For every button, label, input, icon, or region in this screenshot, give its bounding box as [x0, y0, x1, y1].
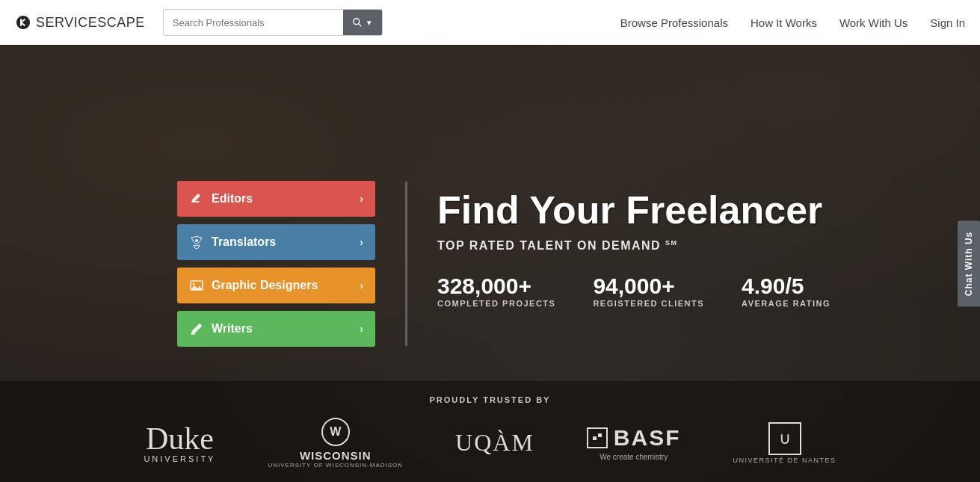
stat-number-projects: 328,000+: [437, 274, 555, 299]
wisconsin-subtext: University of Wisconsin-Madison: [268, 462, 403, 469]
wisconsin-name: WISCONSIN: [300, 449, 372, 462]
nav-links: Browse Professionals How It Works Work W…: [620, 16, 965, 29]
search-button[interactable]: ▼: [343, 10, 382, 35]
designers-chevron: ›: [360, 279, 363, 291]
svg-marker-5: [191, 285, 203, 290]
category-menu: Editors › Translators ›: [177, 181, 375, 347]
logo-text: SERVICESCAPE: [36, 15, 145, 31]
uqam-text: UQÀM: [455, 429, 534, 457]
designers-label: Graphic Designers: [212, 279, 318, 292]
svg-point-0: [353, 19, 359, 25]
stat-number-clients: 94,000+: [593, 274, 704, 299]
stat-completed-projects: 328,000+ COMPLETED PROJECTS: [437, 274, 555, 308]
duke-sub: University: [144, 454, 215, 463]
stat-number-rating: 4.90/5: [742, 274, 830, 299]
writers-label: Writers: [212, 322, 253, 336]
navbar: SERVICESCAPE ▼ Browse Professionals How …: [0, 0, 980, 45]
designers-icon: [189, 278, 204, 293]
editors-label: Editors: [212, 192, 253, 206]
translators-icon: [189, 235, 204, 250]
translators-label: Translators: [212, 235, 276, 249]
writers-icon: [189, 321, 204, 336]
translators-chevron: ›: [360, 236, 363, 248]
stat-label-rating: AVERAGE RATING: [742, 299, 830, 308]
trusted-label: PROUDLY TRUSTED BY: [430, 395, 551, 404]
svg-line-1: [358, 24, 361, 27]
uqam-logo: UQÀM: [455, 429, 534, 457]
search-input[interactable]: [164, 10, 343, 35]
hero-subtitle: TOP RATED TALENT ON DEMAND SM: [437, 239, 980, 253]
hero-divider: [405, 182, 407, 346]
stat-label-projects: COMPLETED PROJECTS: [437, 299, 555, 308]
category-translators-button[interactable]: Translators ›: [177, 224, 375, 260]
nantes-logo: ∪ UNIVERSITÉ DE NANTES: [733, 422, 836, 464]
basf-top: BASF: [587, 425, 681, 451]
basf-tagline: We create chemistry: [600, 453, 668, 461]
search-icon: [352, 17, 363, 28]
search-container: ▼: [163, 9, 383, 36]
stat-registered-clients: 94,000+ REGISTERED CLIENTS: [593, 274, 704, 308]
nav-work-with-us[interactable]: Work With Us: [839, 16, 907, 29]
basf-square-icon: [587, 427, 608, 448]
search-dropdown-arrow: ▼: [366, 19, 373, 27]
category-editors-button[interactable]: Editors ›: [177, 181, 375, 217]
basf-logo: BASF We create chemistry: [587, 425, 681, 461]
duke-name: Duke: [144, 423, 215, 454]
category-designers-button[interactable]: Graphic Designers ›: [177, 268, 375, 303]
editors-chevron: ›: [360, 193, 363, 205]
svg-point-6: [193, 282, 195, 285]
writers-chevron: ›: [360, 323, 363, 335]
trusted-logos: Duke University W WISCONSIN University o…: [144, 418, 836, 469]
svg-rect-8: [593, 436, 597, 440]
duke-logo: Duke University: [144, 423, 215, 463]
editors-icon: [189, 191, 204, 206]
nav-browse[interactable]: Browse Professionals: [620, 16, 728, 29]
chat-widget[interactable]: Chat With Us: [958, 220, 980, 306]
category-writers-button[interactable]: Writers ›: [177, 311, 375, 347]
hero-right: Find Your Freelancer TOP RATED TALENT ON…: [437, 189, 980, 339]
stat-label-clients: REGISTERED CLIENTS: [593, 299, 704, 308]
stat-average-rating: 4.90/5 AVERAGE RATING: [742, 274, 830, 308]
basf-icon: [591, 432, 603, 444]
hero-title: Find Your Freelancer: [437, 189, 980, 232]
stats-container: 328,000+ COMPLETED PROJECTS 94,000+ REGI…: [437, 274, 980, 308]
logo[interactable]: SERVICESCAPE: [15, 14, 145, 31]
svg-point-3: [195, 239, 198, 242]
nantes-text: UNIVERSITÉ DE NANTES: [733, 457, 836, 464]
logo-icon: [15, 14, 31, 31]
wisconsin-logo: W WISCONSIN University of Wisconsin-Madi…: [268, 418, 403, 469]
svg-rect-9: [598, 433, 602, 437]
nantes-box-icon: ∪: [768, 422, 801, 455]
nav-how-it-works[interactable]: How It Works: [751, 16, 817, 29]
basf-name-text: BASF: [614, 425, 681, 451]
wisconsin-emblem: W: [321, 418, 350, 446]
nav-sign-in[interactable]: Sign In: [930, 16, 965, 29]
trusted-section: PROUDLY TRUSTED BY Duke University W WIS…: [0, 381, 980, 482]
